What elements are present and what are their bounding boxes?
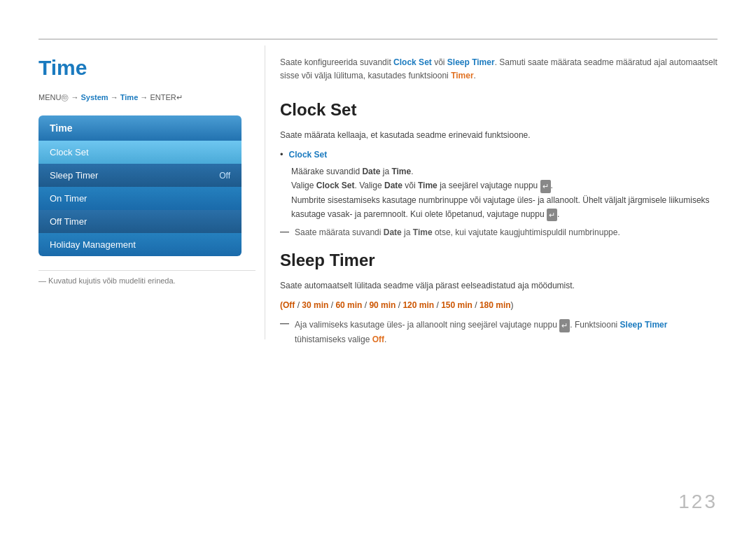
define-text: Määrake suvandid Date ja Time. bbox=[291, 167, 414, 176]
option-120: 120 min bbox=[402, 300, 434, 310]
enter-icon-3: ↵ bbox=[559, 319, 570, 332]
dash-text: Saate määrata suvandi Date ja Time otse,… bbox=[295, 226, 620, 239]
intro-timer: Timer bbox=[451, 71, 473, 80]
bullet-label: Clock Set bbox=[289, 150, 328, 160]
clock-set-body: Saate määrata kellaaja, et kasutada sead… bbox=[280, 128, 718, 142]
menu-time: Time bbox=[120, 93, 138, 101]
menu-item-clock-set[interactable]: Clock Set bbox=[38, 141, 241, 164]
caption-text: Kuvatud kujutis võib mudeliti erineda. bbox=[48, 276, 176, 285]
vertical-divider bbox=[265, 45, 265, 339]
menu-item-clock-set-label: Clock Set bbox=[50, 147, 89, 157]
side-menu-header: Time bbox=[38, 115, 241, 141]
sleep-dash-char: ― bbox=[280, 318, 289, 328]
caption-note: ― Kuvatud kujutis võib mudeliti erineda. bbox=[38, 270, 255, 285]
enter-icon-1: ↵ bbox=[540, 180, 551, 193]
indent-block-2: Valige Clock Set. Valige Date või Time j… bbox=[291, 178, 718, 192]
option-30: 30 min bbox=[302, 300, 328, 310]
sleep-timer-section: Sleep Timer Saate automaatselt lülitada … bbox=[280, 251, 718, 347]
menu-item-holiday-label: Holiday Management bbox=[50, 239, 136, 250]
enter-icon-2: ↵ bbox=[547, 209, 557, 222]
top-border bbox=[38, 38, 718, 40]
menu-item-sleep-timer[interactable]: Sleep Timer Off bbox=[38, 164, 241, 187]
side-menu: Time Clock Set Sleep Timer Off On Timer … bbox=[38, 115, 241, 256]
clock-set-dash-note: ― Saate määrata suvandi Date ja Time ots… bbox=[280, 226, 718, 239]
caption-dash: ― bbox=[38, 276, 48, 285]
indent-block-1: Määrake suvandid Date ja Time. bbox=[291, 164, 718, 178]
menu-path: MENU㊞ → System → Time → ENTER↵ bbox=[38, 92, 255, 103]
page-title: Time bbox=[38, 56, 255, 80]
menu-item-off-timer[interactable]: Off Timer bbox=[38, 210, 241, 233]
menu-item-holiday-management[interactable]: Holiday Management bbox=[38, 233, 241, 256]
intro-text: Saate konfigureerida suvandit Clock Set … bbox=[280, 56, 718, 83]
indent-block-3: Numbrite sisestamiseks kasutage numbrinu… bbox=[291, 193, 718, 222]
sleep-dash-text: Aja valimiseks kasutage üles- ja allanoo… bbox=[295, 318, 718, 346]
menu-item-on-timer-label: On Timer bbox=[50, 193, 87, 204]
menu-item-sleep-timer-label: Sleep Timer bbox=[50, 170, 98, 181]
menu-system: System bbox=[81, 93, 108, 101]
sleep-timer-title: Sleep Timer bbox=[280, 251, 718, 270]
menu-item-sleep-timer-value: Off bbox=[219, 171, 230, 181]
option-180: 180 min bbox=[479, 300, 511, 310]
option-90: 90 min bbox=[369, 300, 396, 310]
menu-item-off-timer-label: Off Timer bbox=[50, 216, 87, 227]
bullet-dot: • bbox=[280, 149, 284, 160]
sleep-options: (Off / 30 min / 60 min / 90 min / 120 mi… bbox=[280, 298, 718, 312]
sleep-timer-body: Saate automaatselt lülitada seadme välja… bbox=[280, 279, 718, 293]
line1-text: Valige Clock Set. Valige Date või Time j… bbox=[291, 181, 553, 190]
clock-set-bullet: • Clock Set bbox=[280, 148, 718, 162]
intro-clock-set: Clock Set bbox=[393, 57, 432, 67]
option-off: (Off bbox=[280, 300, 295, 310]
clock-set-section: Clock Set Saate määrata kellaaja, et kas… bbox=[280, 100, 718, 239]
clock-set-title: Clock Set bbox=[280, 100, 718, 120]
dash-char: ― bbox=[280, 226, 289, 237]
left-column: Time MENU㊞ → System → Time → ENTER↵ Time… bbox=[38, 45, 255, 285]
sleep-timer-dash-note: ― Aja valimiseks kasutage üles- ja allan… bbox=[280, 318, 718, 346]
menu-item-on-timer[interactable]: On Timer bbox=[38, 187, 241, 210]
menu-label: MENU bbox=[38, 93, 61, 101]
line2-text: Numbrite sisestamiseks kasutage numbrinu… bbox=[291, 195, 710, 219]
option-150: 150 min bbox=[441, 300, 472, 310]
bullet-content: Clock Set bbox=[289, 148, 328, 162]
option-60: 60 min bbox=[335, 300, 362, 310]
page-number: 123 bbox=[678, 491, 718, 513]
right-column: Saate konfigureerida suvandit Clock Set … bbox=[280, 45, 718, 358]
intro-sleep-timer: Sleep Timer bbox=[447, 57, 495, 67]
